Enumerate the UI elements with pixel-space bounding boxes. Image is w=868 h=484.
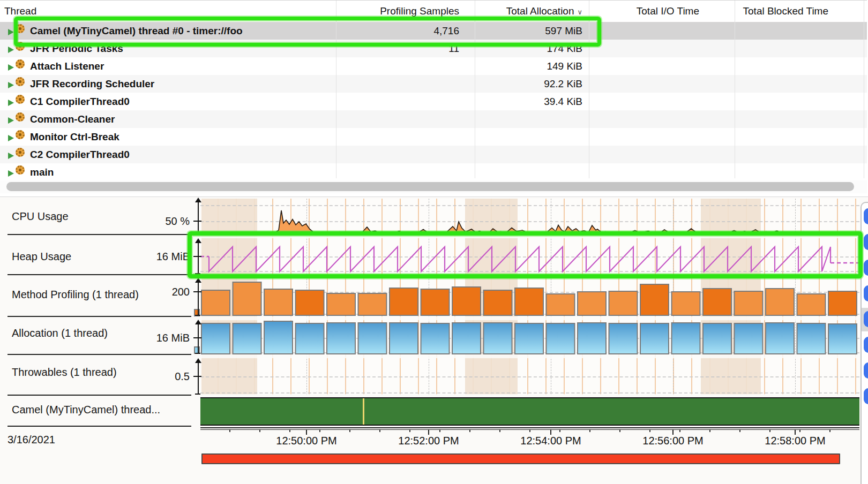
- expand-icon[interactable]: [8, 29, 14, 35]
- table-row[interactable]: Monitor Ctrl-Break: [0, 128, 867, 146]
- row-divider: [8, 426, 191, 427]
- allocation-axis: [198, 323, 199, 354]
- time-tick-label: 12:54:00 PM: [503, 435, 599, 447]
- thread-name: C1 CompilerThread0: [30, 96, 130, 107]
- column-header-total-blocked-time[interactable]: Total Blocked Time: [735, 1, 864, 22]
- side-button[interactable]: [864, 208, 868, 224]
- profiler-window: Thread Profiling Samples Total Allocatio…: [0, 0, 868, 484]
- date-label: 3/16/2021: [8, 434, 55, 446]
- allocation-cell: 92.2 KiB: [475, 75, 589, 93]
- table-row[interactable]: Attach Listener 149 KiB: [0, 57, 867, 75]
- side-button[interactable]: [864, 285, 868, 301]
- scrollbar-thumb[interactable]: [6, 182, 854, 191]
- time-axis-labels: 12:50:00 PM 12:52:00 PM 12:54:00 PM 12:5…: [200, 435, 837, 450]
- side-button[interactable]: [864, 388, 868, 404]
- allocation-cell: 149 KiB: [475, 57, 589, 75]
- io-cell: [589, 22, 735, 40]
- column-header-spacer: [864, 1, 867, 22]
- side-button[interactable]: [864, 337, 868, 353]
- row-label-allocation: Allocation (1 thread): [12, 327, 108, 339]
- gear-icon: [16, 95, 25, 104]
- cpu-usage-chart[interactable]: [200, 199, 859, 235]
- selection-annotation: [14, 17, 601, 47]
- allocation-axis-arrow: [195, 320, 201, 324]
- row-divider: [8, 316, 191, 317]
- time-tick-label: 12:58:00 PM: [747, 435, 837, 447]
- thread-name: Common-Cleaner: [30, 114, 115, 125]
- gear-icon: [16, 59, 25, 69]
- time-tick-label: 12:56:00 PM: [625, 435, 721, 447]
- horizontal-scrollbar[interactable]: [0, 180, 867, 193]
- row-divider: [8, 234, 191, 235]
- gear-icon: [16, 148, 25, 157]
- allocation-cell: 39.4 KiB: [475, 93, 589, 110]
- gear-icon: [16, 112, 25, 122]
- row-divider: [8, 354, 191, 355]
- throwables-axis: [198, 361, 199, 395]
- row-divider: [8, 395, 191, 396]
- thread-name: main: [30, 167, 54, 178]
- expand-icon[interactable]: [8, 170, 14, 177]
- table-row[interactable]: main: [0, 163, 867, 178]
- expand-icon[interactable]: [8, 64, 14, 71]
- side-button[interactable]: [864, 260, 868, 276]
- method-axis: [198, 281, 199, 316]
- gear-icon: [16, 165, 25, 175]
- expand-icon[interactable]: [8, 47, 14, 53]
- timeline-plot-area[interactable]: [200, 199, 859, 395]
- table-row[interactable]: Common-Cleaner: [0, 110, 867, 128]
- side-button[interactable]: [864, 311, 868, 327]
- time-tick-label: 12:52:00 PM: [380, 435, 477, 447]
- row-label-camel-thread: Camel (MyTinyCamel) thread...: [12, 404, 160, 416]
- thread-name: C2 CompilerThread0: [30, 149, 130, 160]
- gear-icon: [16, 130, 25, 139]
- table-row[interactable]: C1 CompilerThread0 39.4 KiB: [0, 93, 867, 110]
- thread-name: Monitor Ctrl-Break: [30, 131, 119, 142]
- row-label-cpu-usage: CPU Usage: [12, 210, 69, 223]
- side-button[interactable]: [864, 362, 868, 379]
- row-label-method-profiling: Method Profiling (1 thread): [12, 289, 139, 301]
- camel-thread-band[interactable]: [200, 397, 859, 426]
- gear-icon: [16, 77, 25, 86]
- thread-name: JFR Recording Scheduler: [30, 78, 154, 89]
- cpu-axis-arrow: [195, 198, 201, 202]
- row-divider: [8, 274, 191, 275]
- heap-annotation: [188, 231, 863, 278]
- row-label-throwables: Throwables (1 thread): [12, 366, 117, 379]
- expand-icon[interactable]: [8, 135, 14, 141]
- time-axis: [200, 427, 859, 428]
- row-label-heap-usage: Heap Usage: [12, 251, 71, 263]
- blocked-cell: [735, 22, 864, 40]
- throwables-axis-arrow: [195, 358, 201, 363]
- expand-icon[interactable]: [8, 82, 14, 88]
- thread-name: Attach Listener: [30, 61, 104, 72]
- allocation-chart[interactable]: [200, 320, 859, 355]
- event-marker: [363, 398, 364, 425]
- expand-icon[interactable]: [8, 153, 14, 159]
- overview-range-bar[interactable]: [201, 453, 840, 464]
- column-header-total-io-time[interactable]: Total I/O Time: [589, 1, 735, 22]
- column-header-label: Total Allocation: [506, 5, 574, 17]
- cpu-axis: [198, 201, 199, 235]
- time-tick-label: 12:50:00 PM: [258, 435, 355, 447]
- method-profiling-chart[interactable]: [200, 278, 859, 316]
- sort-descending-icon: ∨: [577, 8, 582, 16]
- method-axis-arrow: [195, 278, 201, 283]
- expand-icon[interactable]: [8, 117, 14, 124]
- expand-icon[interactable]: [8, 100, 14, 106]
- side-button[interactable]: [864, 234, 868, 250]
- table-row[interactable]: JFR Recording Scheduler 92.2 KiB: [0, 75, 867, 93]
- table-row[interactable]: C2 CompilerThread0: [0, 146, 867, 163]
